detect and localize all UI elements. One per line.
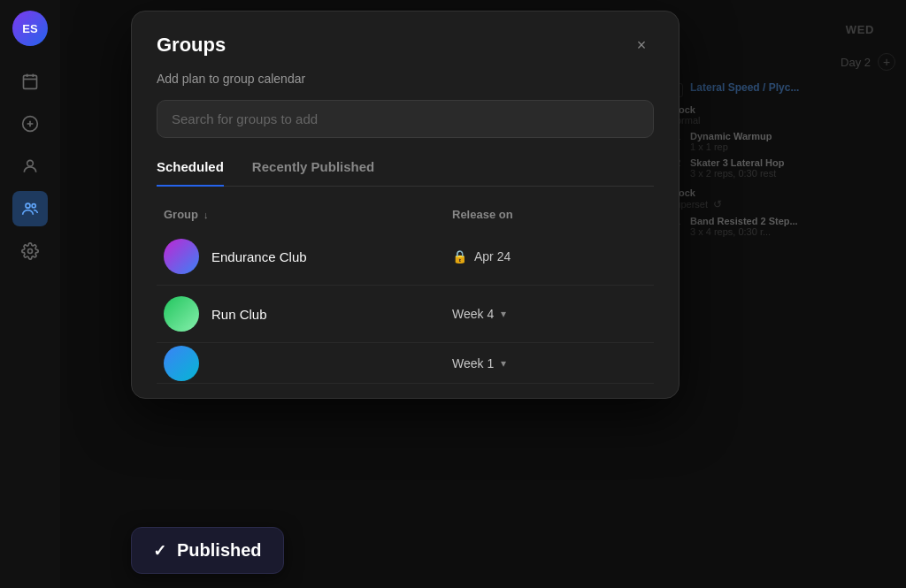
- lock-icon: 🔒: [452, 249, 467, 263]
- release-week-third: Week 1: [452, 356, 494, 370]
- sidebar-item-profile[interactable]: [12, 149, 48, 184]
- release-date-endurance: Apr 24: [474, 249, 511, 263]
- svg-point-9: [32, 204, 35, 208]
- sidebar: ES: [0, 0, 60, 588]
- release-info-endurance: 🔒 Apr 24: [452, 249, 647, 263]
- main-content: WED Day 2 + Movement Q... ⋮ Warmup Plank…: [60, 0, 906, 588]
- dropdown-arrow-icon: ▾: [501, 308, 506, 320]
- release-info-run[interactable]: Week 4 ▾: [452, 307, 647, 321]
- group-row-run: Run Club Week 4 ▾: [157, 286, 654, 343]
- sidebar-item-billing[interactable]: [12, 106, 48, 141]
- group-avatar-endurance: [164, 239, 199, 274]
- svg-point-10: [28, 249, 33, 254]
- published-label: Published: [177, 540, 262, 561]
- sidebar-item-groups[interactable]: [12, 191, 48, 226]
- table-header: Group ↓ Release on: [157, 208, 654, 221]
- group-name-run: Run Club: [211, 307, 452, 322]
- search-groups-input[interactable]: [157, 100, 654, 138]
- svg-point-7: [27, 160, 34, 166]
- group-row-endurance: Endurance Club 🔒 Apr 24: [157, 228, 654, 286]
- modal-title: Groups: [157, 34, 226, 57]
- modal-header: Groups ×: [157, 33, 654, 57]
- groups-modal: Groups × Add plan to group calendar Sche…: [131, 11, 680, 399]
- modal-subtitle: Add plan to group calendar: [157, 72, 654, 86]
- col-group-label: Group: [164, 208, 198, 221]
- svg-point-8: [26, 203, 30, 208]
- published-bar: ✓ Published: [131, 527, 284, 574]
- group-name-endurance: Endurance Club: [211, 249, 452, 264]
- dropdown-arrow-icon-3: ▾: [501, 357, 506, 370]
- close-modal-button[interactable]: ×: [629, 33, 654, 57]
- group-avatar-run: [164, 296, 199, 332]
- release-info-third[interactable]: Week 1 ▾: [452, 356, 647, 370]
- svg-rect-0: [24, 75, 37, 88]
- avatar[interactable]: ES: [12, 11, 48, 46]
- sort-arrow-icon: ↓: [203, 210, 209, 220]
- sidebar-item-calendar[interactable]: [12, 64, 48, 99]
- tab-recently-published[interactable]: Recently Published: [252, 159, 374, 187]
- modal-tabs: Scheduled Recently Published: [157, 159, 654, 187]
- tab-scheduled[interactable]: Scheduled: [157, 159, 224, 187]
- group-row-third: Week 1 ▾: [157, 343, 654, 384]
- col-release-label: Release on: [452, 208, 647, 221]
- sidebar-item-settings[interactable]: [12, 233, 48, 269]
- release-week-run: Week 4: [452, 307, 494, 321]
- group-avatar-third: [164, 346, 199, 381]
- check-icon: ✓: [153, 541, 166, 561]
